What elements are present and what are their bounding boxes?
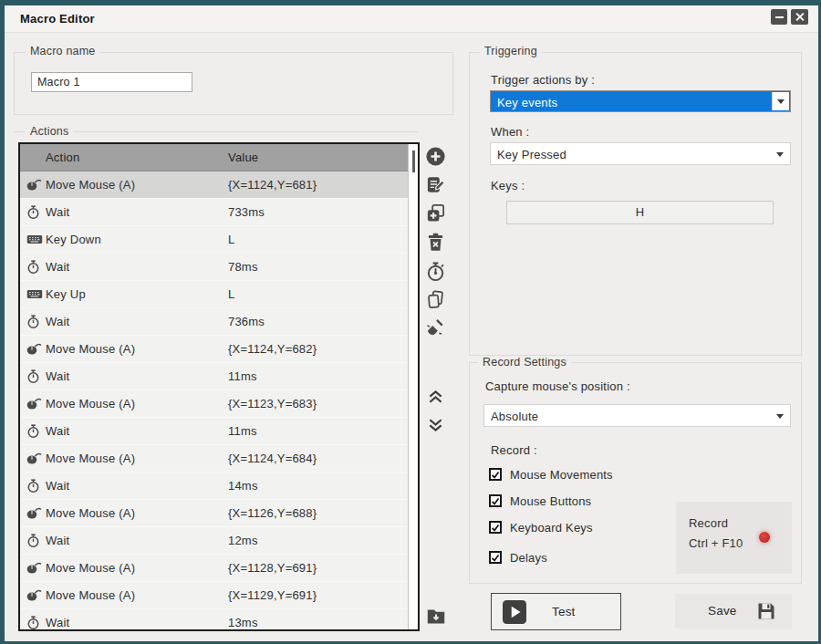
action-cell: Wait xyxy=(46,616,69,629)
keyboard-icon xyxy=(26,233,42,247)
table-row[interactable]: Wait12ms xyxy=(20,527,418,555)
value-cell: 12ms xyxy=(228,534,258,547)
actions-group-label: Actions xyxy=(26,125,73,138)
move-down-button[interactable] xyxy=(423,412,448,437)
add-action-button[interactable] xyxy=(423,144,448,169)
stopwatch-icon xyxy=(26,315,42,329)
value-cell: {X=1123,Y=683} xyxy=(228,397,317,410)
checkbox-row-mouse-buttons[interactable]: Mouse Buttons xyxy=(489,493,591,509)
checkbox-row-delays[interactable]: Delays xyxy=(489,549,547,566)
mouse-icon xyxy=(26,452,42,466)
table-row[interactable]: Wait14ms xyxy=(20,473,418,500)
table-row[interactable]: Move Mouse (A){X=1128,Y=691} xyxy=(20,555,418,582)
column-header-value: Value xyxy=(228,151,258,164)
copy-icon xyxy=(425,289,446,310)
import-actions-button[interactable] xyxy=(423,603,448,628)
value-cell: {X=1124,Y=684} xyxy=(228,452,317,465)
checkbox-mouse-buttons[interactable] xyxy=(489,494,502,507)
record-settings-group-label: Record Settings xyxy=(478,356,571,369)
trigger-by-dropdown-button[interactable] xyxy=(772,92,789,110)
checkbox-delays[interactable] xyxy=(489,551,502,564)
table-row[interactable]: Wait13ms xyxy=(20,609,418,631)
table-row[interactable]: Wait736ms xyxy=(20,308,418,336)
action-cell: Move Mouse (A) xyxy=(46,178,135,192)
stopwatch-icon xyxy=(26,424,42,439)
move-up-icon xyxy=(426,388,445,407)
table-row[interactable]: Key UpL xyxy=(20,281,418,308)
move-up-button[interactable] xyxy=(423,385,448,410)
when-select[interactable]: Key Pressed xyxy=(490,142,791,165)
table-row[interactable]: Wait78ms xyxy=(20,254,418,281)
table-row[interactable]: Wait11ms xyxy=(20,418,418,445)
table-scrollbar-thumb[interactable] xyxy=(412,151,415,172)
checkbox-mouse-movements[interactable] xyxy=(489,468,502,481)
check-icon xyxy=(491,496,500,506)
table-row[interactable]: Move Mouse (A){X=1124,Y=681} xyxy=(20,171,418,199)
checkbox-label: Keyboard Keys xyxy=(510,521,593,535)
add-delay-button[interactable] xyxy=(423,259,448,284)
value-cell: 11ms xyxy=(228,424,257,438)
checkbox-row-keyboard-keys[interactable]: Keyboard Keys xyxy=(489,519,593,535)
test-button-label: Test xyxy=(552,605,576,618)
actions-table-header: Action Value xyxy=(20,144,418,171)
checkbox-label: Mouse Buttons xyxy=(510,494,591,508)
macro-name-input[interactable] xyxy=(31,72,192,92)
checkbox-keyboard-keys[interactable] xyxy=(489,521,502,534)
table-row[interactable]: Key DownL xyxy=(20,226,418,254)
save-button[interactable]: Save xyxy=(675,594,792,628)
action-cell: Wait xyxy=(46,205,69,219)
column-header-action: Action xyxy=(46,151,79,164)
minimize-icon xyxy=(775,16,784,18)
value-cell: L xyxy=(228,287,234,301)
delete-action-button[interactable] xyxy=(423,230,448,254)
chevron-down-icon xyxy=(776,414,784,419)
copy-action-button[interactable] xyxy=(423,287,448,312)
record-button[interactable]: Record Ctrl + F10 xyxy=(676,502,792,574)
value-cell: {X=1129,Y=691} xyxy=(228,588,317,602)
checkbox-row-mouse-movements[interactable]: Mouse Movements xyxy=(489,466,613,483)
keys-button[interactable]: H xyxy=(506,201,774,224)
title-bar[interactable]: Macro Editor xyxy=(5,5,818,33)
keys-label: Keys : xyxy=(491,179,525,192)
window-title: Macro Editor xyxy=(20,12,95,26)
table-row[interactable]: Move Mouse (A){X=1124,Y=682} xyxy=(20,336,418,363)
actions-toolbar xyxy=(422,142,450,631)
record-red-dot-icon xyxy=(759,532,770,543)
capture-position-select[interactable]: Absolute xyxy=(483,404,791,427)
clear-actions-button[interactable] xyxy=(423,316,448,340)
window-border-left xyxy=(0,0,5,644)
action-cell: Wait xyxy=(46,369,69,383)
stopwatch-icon xyxy=(26,205,42,220)
close-icon xyxy=(795,12,805,22)
value-cell: 14ms xyxy=(228,479,258,493)
action-cell: Key Down xyxy=(46,233,101,246)
actions-group-border xyxy=(14,131,419,132)
mouse-icon xyxy=(26,342,42,357)
stopwatch-icon xyxy=(26,369,42,384)
test-button[interactable]: Test xyxy=(491,593,621,630)
minimize-button[interactable] xyxy=(771,9,787,25)
table-row[interactable]: Move Mouse (A){X=1124,Y=684} xyxy=(20,445,418,473)
table-row[interactable]: Wait11ms xyxy=(20,363,418,390)
value-cell: L xyxy=(228,233,234,246)
close-button[interactable] xyxy=(791,9,808,25)
checkbox-label: Delays xyxy=(510,551,547,565)
value-cell: {X=1124,Y=681} xyxy=(228,178,317,192)
add-delay-icon xyxy=(425,261,446,282)
table-row[interactable]: Wait733ms xyxy=(20,199,418,226)
table-row[interactable]: Move Mouse (A){X=1126,Y=688} xyxy=(20,500,418,527)
trigger-by-label: Trigger actions by : xyxy=(491,73,595,87)
trigger-by-select[interactable]: Key events xyxy=(490,90,791,112)
macro-editor-window: Macro Editor Macro name Actions Action V… xyxy=(0,0,821,644)
edit-action-button[interactable] xyxy=(423,172,448,197)
table-row[interactable]: Move Mouse (A){X=1129,Y=691} xyxy=(20,582,418,609)
duplicate-action-button[interactable] xyxy=(423,201,448,225)
table-scrollbar[interactable] xyxy=(408,144,418,629)
stopwatch-icon xyxy=(26,534,42,548)
move-down-icon xyxy=(426,415,445,434)
table-row[interactable]: Move Mouse (A){X=1123,Y=683} xyxy=(20,390,418,418)
value-cell: 733ms xyxy=(228,205,265,219)
capture-position-value: Absolute xyxy=(491,410,538,423)
value-cell: {X=1124,Y=682} xyxy=(228,342,317,356)
action-cell: Key Up xyxy=(46,287,86,301)
